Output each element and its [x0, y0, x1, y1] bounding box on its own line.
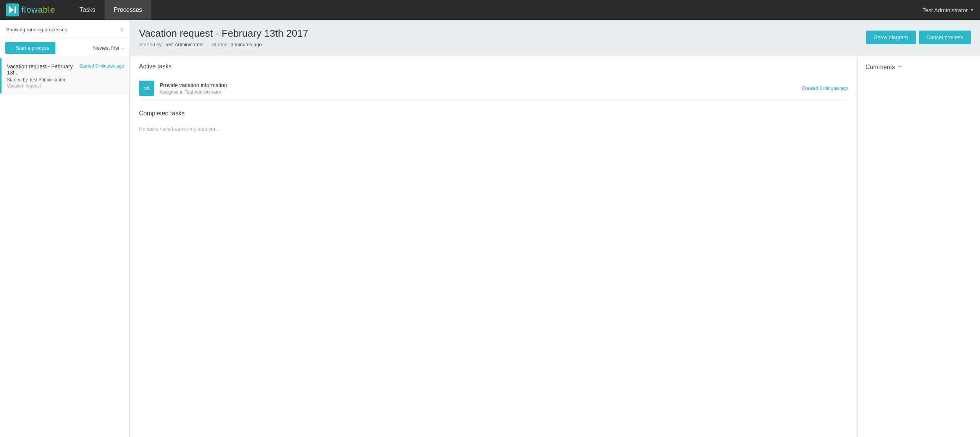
show-diagram-button[interactable]: Show diagram: [866, 31, 916, 44]
process-item-header: Vacation request - February 13t... Start…: [7, 63, 124, 76]
sidebar-toolbar: + Start a process Newest first ⌄: [0, 38, 129, 58]
process-started-time: Started: 3 minutes ago: [212, 42, 262, 47]
tasks-comments-area: Active tasks TA Provide vacation informa…: [130, 55, 980, 437]
tasks-section: Active tasks TA Provide vacation informa…: [130, 55, 858, 437]
process-list: Vacation request - February 13t... Start…: [0, 58, 129, 437]
sort-label: Newest first: [93, 45, 119, 51]
process-list-item[interactable]: Vacation request - February 13t... Start…: [0, 58, 129, 94]
started-value: 3 minutes ago: [231, 42, 262, 47]
task-item-left: TA Provide vacation information Assigned…: [139, 81, 227, 96]
process-item-started-by: Started by Test Administrator: [7, 77, 124, 83]
logo: flowable: [6, 3, 55, 16]
navbar: flowable Tasks Processes Test Administra…: [0, 0, 980, 20]
no-completed-tasks: No tasks have been completed yet...: [139, 123, 848, 135]
start-process-button[interactable]: + Start a process: [5, 42, 55, 54]
process-started-by: Started by: Test Administrator: [139, 42, 204, 47]
process-header-info: Vacation request - February 13th 2017 St…: [139, 28, 308, 47]
comments-section: Comments +: [858, 55, 980, 437]
sidebar-header: Showing running processes ▿: [0, 20, 129, 38]
active-tasks-title: Active tasks: [139, 63, 848, 70]
cancel-process-button[interactable]: Cancel process: [919, 31, 971, 44]
task-title: Provide vacation information: [160, 82, 227, 88]
sort-chevron-icon: ⌄: [121, 45, 124, 50]
process-title: Vacation request - February 13th 2017: [139, 28, 308, 39]
task-assigned: Assigned to Test Administrator: [160, 89, 227, 95]
comments-header: Comments +: [865, 63, 972, 71]
showing-label: Showing running processes: [6, 27, 67, 32]
process-item-started: Started 3 minutes ago: [79, 63, 124, 69]
svg-rect-2: [15, 6, 16, 13]
started-by-label: Started by:: [139, 42, 163, 47]
task-item[interactable]: TA Provide vacation information Assigned…: [139, 76, 848, 101]
flowable-logo-icon: [6, 3, 19, 16]
process-header-actions: Show diagram Cancel process: [866, 31, 971, 44]
nav-tasks[interactable]: Tasks: [71, 0, 105, 20]
started-by-value: Test Administrator: [165, 42, 204, 47]
user-menu-caret: ▼: [970, 8, 974, 12]
task-created: Created 3 minutes ago: [802, 86, 848, 91]
completed-tasks-section: Completed tasks No tasks have been compl…: [139, 110, 848, 135]
process-item-type: Vacation request: [7, 83, 124, 89]
main-content: Vacation request - February 13th 2017 St…: [130, 20, 980, 437]
sidebar: Showing running processes ▿ + Start a pr…: [0, 20, 130, 437]
task-info: Provide vacation information Assigned to…: [160, 82, 227, 95]
app-body: Showing running processes ▿ + Start a pr…: [0, 20, 980, 437]
user-menu[interactable]: Test Administrator ▼: [922, 7, 974, 13]
process-meta: Started by: Test Administrator Started: …: [139, 42, 308, 47]
nav-links: Tasks Processes: [71, 0, 922, 20]
completed-tasks-title: Completed tasks: [139, 110, 848, 117]
process-item-title: Vacation request - February 13t...: [7, 63, 76, 76]
filter-icon[interactable]: ▿: [120, 26, 123, 33]
user-name: Test Administrator: [922, 7, 968, 13]
nav-processes[interactable]: Processes: [105, 0, 152, 20]
process-header: Vacation request - February 13th 2017 St…: [130, 20, 980, 55]
started-label: Started:: [212, 42, 229, 47]
logo-text: flowable: [21, 5, 55, 15]
sort-dropdown[interactable]: Newest first ⌄: [93, 45, 124, 51]
task-avatar: TA: [139, 81, 154, 96]
comments-title: Comments: [865, 64, 895, 71]
add-comment-button[interactable]: +: [898, 63, 902, 71]
